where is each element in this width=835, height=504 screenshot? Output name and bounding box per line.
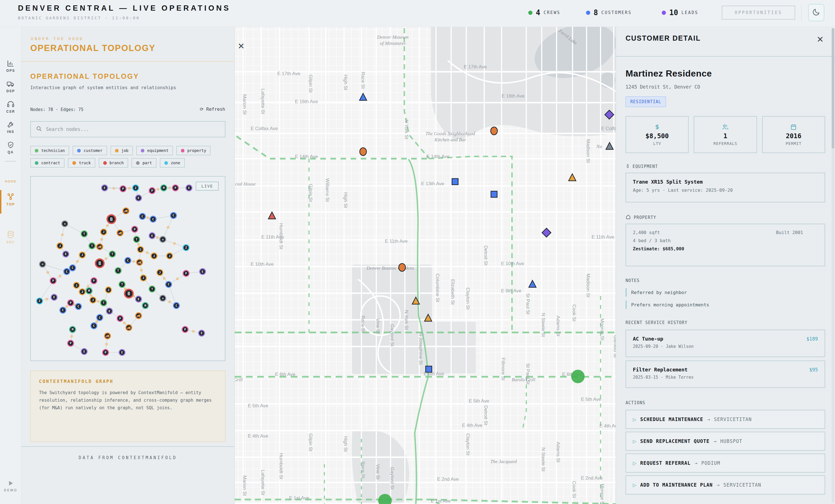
graph-node-equipment[interactable]: E bbox=[106, 308, 113, 314]
graph-node-contract[interactable]: M bbox=[69, 327, 76, 333]
map-svg[interactable]: E 17th AveE 17th AveE 16th AveE 16th Ave… bbox=[235, 27, 616, 504]
close-icon[interactable]: ✕ bbox=[815, 35, 825, 45]
search-input[interactable]: Search nodes... bbox=[30, 121, 225, 138]
opportunities-button[interactable]: OPPORTUNITIES bbox=[722, 6, 795, 20]
graph-node-equipment[interactable]: E bbox=[81, 349, 87, 355]
legend-chip-equipment[interactable]: equipment bbox=[136, 146, 173, 155]
graph-node-technician[interactable]: T bbox=[149, 286, 155, 292]
topology-graph[interactable]: EPZPMPEE🚚BCCCPE⚙⚙TJ🚚TT🚚JZJEJTC🚚JJ⚙BCCTJP… bbox=[30, 176, 225, 361]
scrollbar-track[interactable] bbox=[832, 28, 834, 503]
graph-node-truck[interactable]: 🚚 bbox=[126, 324, 132, 331]
graph-node-customer[interactable]: C bbox=[64, 269, 70, 274]
graph-node-zone[interactable]: Z bbox=[133, 185, 139, 191]
graph-node-equipment[interactable]: E bbox=[136, 296, 142, 302]
graph-node-customer[interactable]: C bbox=[76, 303, 81, 310]
graph-node-equipment[interactable]: E bbox=[51, 294, 57, 300]
graph-node-equipment[interactable]: E bbox=[119, 350, 125, 355]
close-icon[interactable]: ✕ bbox=[236, 41, 246, 51]
graph-node-equipment[interactable]: E bbox=[186, 185, 192, 191]
graph-node-technician[interactable]: T bbox=[89, 243, 95, 249]
graph-node-job[interactable]: J bbox=[90, 297, 96, 303]
legend-chip-technician[interactable]: technician bbox=[30, 146, 69, 155]
graph-node-job[interactable]: J bbox=[79, 252, 85, 258]
graph-node-customer[interactable]: C bbox=[170, 212, 176, 218]
graph-node-technician[interactable]: T bbox=[119, 281, 125, 287]
sidebar-item-demo[interactable]: DEMO bbox=[0, 479, 21, 492]
graph-node-property[interactable]: P bbox=[50, 278, 56, 284]
graph-node-customer[interactable]: C bbox=[125, 258, 131, 264]
graph-node-contract[interactable]: M bbox=[86, 288, 92, 294]
legend-chip-customer[interactable]: customer bbox=[73, 146, 107, 155]
service-history-card[interactable]: Filter Replacement $95 2025-03-15 · Mike… bbox=[626, 360, 825, 388]
graph-node-job[interactable]: J bbox=[101, 229, 106, 235]
graph-node-branch[interactable]: B bbox=[96, 259, 104, 268]
graph-node-job[interactable]: J bbox=[137, 247, 143, 253]
graph-node-zone[interactable]: Z bbox=[183, 245, 189, 251]
sidebar-item-ins[interactable]: INS bbox=[0, 120, 21, 134]
graph-node-technician[interactable]: T bbox=[101, 300, 106, 306]
map-canvas[interactable]: E 17th AveE 17th AveE 16th AveE 16th Ave… bbox=[235, 27, 616, 504]
legend-chip-contract[interactable]: contract bbox=[30, 158, 64, 168]
graph-node-branch[interactable]: B bbox=[107, 215, 116, 224]
graph-node-customer[interactable]: C bbox=[91, 323, 97, 329]
graph-node-property[interactable]: P bbox=[182, 327, 188, 333]
legend-chip-job[interactable]: job bbox=[110, 146, 133, 155]
graph-node-customer[interactable]: C bbox=[150, 216, 156, 222]
graph-node-zone[interactable]: Z bbox=[37, 298, 43, 304]
sidebar-item-csr[interactable]: CSR bbox=[0, 100, 21, 113]
graph-node-property[interactable]: P bbox=[117, 316, 123, 321]
graph-node-job[interactable]: J bbox=[141, 275, 146, 281]
graph-node-job[interactable]: J bbox=[151, 253, 157, 259]
graph-node-property[interactable]: P bbox=[183, 271, 189, 276]
graph-node-property[interactable]: P bbox=[67, 340, 74, 346]
graph-node-truck[interactable]: 🚚 bbox=[137, 259, 142, 265]
graph-node-job[interactable]: J bbox=[157, 270, 163, 276]
graph-node-property[interactable]: P bbox=[120, 186, 126, 192]
refresh-button[interactable]: ⟳ Refresh bbox=[200, 106, 225, 112]
graph-node-truck[interactable]: 🚚 bbox=[123, 208, 129, 214]
graph-node-truck[interactable]: 🚚 bbox=[105, 333, 110, 339]
graph-node-job[interactable]: J bbox=[57, 243, 63, 249]
sidebar-item-top[interactable]: TOP bbox=[0, 192, 21, 206]
graph-node-property[interactable]: P bbox=[103, 350, 108, 355]
graph-node-property[interactable]: P bbox=[172, 185, 178, 191]
action-button-schedule-maintenance[interactable]: ▷ SCHEDULE MAINTENANCE → SERVICETITAN bbox=[626, 410, 825, 429]
graph-node-equipment[interactable]: E bbox=[149, 233, 155, 238]
legend-chip-property[interactable]: property bbox=[176, 146, 210, 155]
scrollbar-thumb[interactable] bbox=[832, 28, 834, 149]
graph-node-property[interactable]: P bbox=[91, 278, 97, 284]
graph-node-property[interactable]: P bbox=[132, 226, 138, 232]
service-history-card[interactable]: AC Tune-up $189 2025-09-20 · Jake Wilson bbox=[626, 330, 825, 357]
graph-node-truck[interactable]: 🚚 bbox=[117, 230, 123, 236]
action-button-send-replacement-quote[interactable]: ▷ SEND REPLACEMENT QUOTE → HUBSPOT bbox=[626, 432, 825, 451]
theme-toggle-button[interactable] bbox=[808, 4, 824, 21]
graph-node-job[interactable]: J bbox=[79, 289, 85, 295]
graph-node-job[interactable]: J bbox=[166, 253, 172, 259]
graph-node-part[interactable]: ⚙ bbox=[62, 221, 68, 227]
graph-node-technician[interactable]: T bbox=[134, 236, 140, 242]
graph-node-part[interactable]: ⚙ bbox=[160, 295, 166, 301]
graph-node-technician[interactable]: T bbox=[109, 251, 115, 257]
graph-node-property[interactable]: P bbox=[149, 188, 155, 194]
graph-node-property[interactable]: P bbox=[67, 300, 74, 306]
graph-node-equipment[interactable]: E bbox=[102, 185, 107, 191]
graph-node-technician[interactable]: T bbox=[115, 268, 121, 274]
graph-node-equipment[interactable]: E bbox=[63, 251, 69, 257]
graph-node-contract[interactable]: M bbox=[161, 185, 167, 191]
sidebar-item-src[interactable]: SRC bbox=[0, 230, 21, 244]
graph-node-customer[interactable]: C bbox=[60, 307, 66, 313]
graph-node-branch[interactable]: B bbox=[124, 289, 133, 298]
graph-node-part[interactable]: ⚙ bbox=[40, 261, 45, 267]
legend-chip-truck[interactable]: truck bbox=[68, 158, 95, 168]
graph-node-customer[interactable]: C bbox=[69, 265, 76, 271]
action-button-add-to-maintenance-plan[interactable]: ▷ ADD TO MAINTENANCE PLAN → SERVICETITAN bbox=[626, 476, 825, 495]
graph-node-equipment[interactable]: E bbox=[199, 330, 204, 336]
graph-node-contract[interactable]: M bbox=[142, 303, 148, 309]
graph-node-part[interactable]: ⚙ bbox=[160, 236, 166, 242]
graph-node-customer[interactable]: C bbox=[97, 315, 103, 320]
graph-node-equipment[interactable]: E bbox=[200, 269, 205, 274]
sidebar-item-qa[interactable]: QA bbox=[0, 141, 21, 154]
graph-node-technician[interactable]: T bbox=[81, 231, 87, 237]
graph-node-job[interactable]: J bbox=[74, 282, 79, 288]
sidebar-item-dsp[interactable]: DSP bbox=[0, 80, 21, 93]
